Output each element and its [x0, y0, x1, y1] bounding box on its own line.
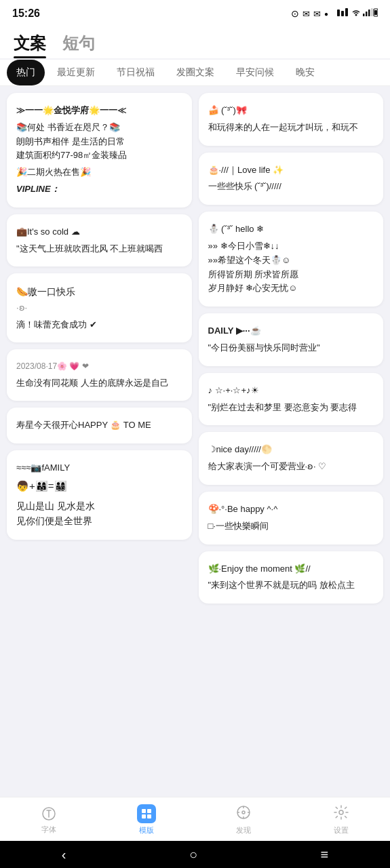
card-r3-line2: »» ❄今日小雪❄↓↓ — [208, 239, 374, 254]
card-l6[interactable]: ≈≈≈📷fAMILY 👦+👨‍👩‍👧=👨‍👩‍👧‍👦 见山是山 见水是水 见你们… — [7, 450, 192, 540]
card-l6-line2: 👦+👨‍👩‍👧=👨‍👩‍👧‍👦 — [16, 478, 182, 494]
card-l1-line1: ≫一一🌟金悦学府🌟一一≪ — [16, 104, 182, 118]
bottom-nav: 字体 模版 发现 — [0, 797, 390, 841]
android-menu[interactable]: ≡ — [321, 847, 329, 863]
svg-rect-2 — [345, 8, 348, 16]
discover-icon — [235, 804, 252, 823]
card-r8-line2: "来到这个世界不就是玩的吗 放松点主 — [208, 578, 374, 593]
card-l3-line3: 滴！味蕾充食成功 ✔ — [16, 318, 182, 332]
svg-rect-4 — [363, 14, 365, 16]
nav-template[interactable]: 模版 — [123, 804, 170, 835]
card-r4-line1: DAILY ▶···☕ — [208, 324, 374, 338]
template-icon — [137, 804, 156, 823]
nav-settings-label: 设置 — [334, 825, 349, 835]
card-l6-line3: 见山是山 见水是水 — [16, 498, 182, 513]
card-l4-line1: 2023/08·17🌸 💗 ❤ — [16, 360, 182, 373]
cat-recent[interactable]: 最近更新 — [47, 60, 104, 85]
cat-holiday[interactable]: 节日祝福 — [107, 60, 164, 85]
signal-icons — [337, 7, 378, 20]
card-r3-line4: 所得皆所期 所求皆所愿 — [208, 268, 374, 282]
card-r3-line1: ⛄ (˘³˘ hello ❄ — [208, 222, 374, 237]
card-r8[interactable]: 🌿·Enjoy the moment 🌿// "来到这个世界不就是玩的吗 放松点… — [199, 551, 384, 604]
card-l3-line2: ·ʚ· — [16, 301, 182, 315]
card-r6-line1: ☽nice day/////🌕 — [208, 443, 374, 457]
card-r2[interactable]: 🎂·///｜Love life ✨ 一些些快乐 (˘³˘)///// — [199, 153, 384, 205]
card-l1-line6: VIPLINE： — [16, 182, 182, 197]
card-l6-line4: 见你们便是全世界 — [16, 513, 182, 528]
svg-rect-7 — [371, 8, 373, 16]
cat-hot[interactable]: 热门 — [7, 60, 45, 85]
card-r8-line1: 🌿·Enjoy the moment 🌿// — [208, 562, 374, 576]
android-back[interactable]: ‹ — [62, 847, 66, 863]
card-l2-line1: 💼It's so cold ☁ — [16, 225, 182, 239]
cat-goodnight[interactable]: 晚安 — [286, 60, 324, 85]
nav-discover-label: 发现 — [236, 825, 251, 835]
card-r5-line2: "别烂在过去和梦里 要恣意妄为 要志得 — [208, 401, 374, 415]
card-l6-line1: ≈≈≈📷fAMILY — [16, 461, 182, 475]
card-l1-line5: 🎉二期火热在售🎉 — [16, 165, 182, 180]
card-r7[interactable]: 🍄·°·Be happy ^·^ □·一些快樂瞬间 — [199, 492, 384, 545]
font-icon — [40, 805, 58, 823]
mail-icon-2: ✉ — [313, 9, 321, 19]
card-r1-line1: 🍰 (˘³˘)🎀 — [208, 104, 374, 118]
card-r1[interactable]: 🍰 (˘³˘)🎀 和玩得来的人在一起玩才叫玩，和玩不 — [199, 93, 384, 146]
svg-rect-0 — [337, 9, 340, 16]
card-l1-line3: 朗朗书声相伴 是生活的日常 — [16, 135, 182, 149]
card-r7-line2: □·一些快樂瞬间 — [208, 519, 374, 534]
card-r3[interactable]: ⛄ (˘³˘ hello ❄ »» ❄今日小雪❄↓↓ »»希望这个冬天☃️☺ 所… — [199, 212, 384, 307]
nav-font[interactable]: 字体 — [25, 805, 73, 835]
status-bar: 15:26 ⊙ ✉ ✉ ● — [0, 0, 390, 26]
svg-point-3 — [355, 14, 357, 16]
android-nav: ‹ ○ ≡ — [0, 841, 390, 868]
card-l3-line1: 🌭嗷一口快乐 — [16, 284, 182, 299]
card-r3-line5: 岁月静好 ❄心安无忧☺ — [208, 281, 374, 296]
card-r4[interactable]: DAILY ▶···☕ "今日份美丽与快乐同时营业" — [199, 313, 384, 366]
card-l1[interactable]: ≫一一🌟金悦学府🌟一一≪ 📚何处 书香近在咫尺？📚 朗朗书声相伴 是生活的日常 … — [7, 93, 192, 208]
android-home[interactable]: ○ — [189, 847, 197, 863]
svg-rect-12 — [147, 809, 151, 813]
tab-duanju[interactable]: 短句 — [62, 33, 95, 58]
card-l1-line4: 建筑面积约77-98㎡金装臻品 — [16, 149, 182, 163]
card-r6[interactable]: ☽nice day/////🌕 给大家表演一个可爱营业·ʚ· ♡ — [199, 432, 384, 485]
card-r6-line2: 给大家表演一个可爱营业·ʚ· ♡ — [208, 460, 374, 474]
mail-icon-1: ✉ — [303, 9, 310, 19]
card-l2-line2: "这天气上班就吹西北风 不上班就喝西 — [16, 242, 182, 256]
svg-rect-14 — [147, 814, 151, 818]
card-r2-line2: 一些些快乐 (˘³˘)///// — [208, 180, 374, 194]
nav-template-label: 模版 — [139, 825, 154, 835]
cat-goodmorning[interactable]: 早安问候 — [227, 60, 284, 85]
card-l1-line2: 📚何处 书香近在咫尺？📚 — [16, 121, 182, 135]
card-l4-line2: 生命没有同花顺 人生的底牌永远是自己 — [16, 376, 182, 391]
content-grid: ≫一一🌟金悦学府🌟一一≪ 📚何处 书香近在咫尺？📚 朗朗书声相伴 是生活的日常 … — [0, 86, 390, 610]
status-time: 15:26 — [12, 7, 40, 20]
card-r4-line2: "今日份美丽与快乐同时营业" — [208, 341, 374, 355]
svg-rect-1 — [341, 11, 344, 16]
card-r2-line1: 🎂·///｜Love life ✨ — [208, 163, 374, 178]
dot-icon: ● — [324, 10, 328, 18]
status-icons: ⊙ ✉ ✉ ● — [291, 7, 378, 20]
header-tabs: 文案 短句 — [14, 33, 376, 58]
settings-icon — [333, 804, 349, 823]
card-l5-line1: 寿星今天很开心HAPPY 🎂 TO ME — [16, 418, 182, 433]
nav-discover[interactable]: 发现 — [220, 804, 267, 835]
cat-moments[interactable]: 发圈文案 — [167, 60, 224, 85]
card-l3[interactable]: 🌭嗷一口快乐 ·ʚ· 滴！味蕾充食成功 ✔ — [7, 273, 192, 342]
nav-settings[interactable]: 设置 — [317, 804, 365, 835]
svg-point-21 — [339, 810, 343, 814]
app-icon-1: ⊙ — [291, 8, 299, 19]
svg-rect-11 — [142, 809, 146, 813]
tab-wanan[interactable]: 文案 — [14, 33, 46, 58]
svg-rect-5 — [366, 12, 368, 16]
category-bar: 热门 最近更新 节日祝福 发圈文案 早安问候 晚安 — [0, 60, 390, 86]
card-r5-line1: ♪ ☆·+·☆+♪☀ — [208, 384, 374, 398]
card-r7-line1: 🍄·°·Be happy ^·^ — [208, 502, 374, 517]
card-l5[interactable]: 寿星今天很开心HAPPY 🎂 TO ME — [7, 408, 192, 443]
svg-point-16 — [242, 811, 245, 814]
card-l4[interactable]: 2023/08·17🌸 💗 ❤ 生命没有同花顺 人生的底牌永远是自己 — [7, 349, 192, 401]
header: 文案 短句 — [0, 26, 390, 58]
svg-rect-6 — [368, 9, 370, 16]
card-r5[interactable]: ♪ ☆·+·☆+♪☀ "别烂在过去和梦里 要恣意妄为 要志得 — [199, 373, 384, 426]
card-l2[interactable]: 💼It's so cold ☁ "这天气上班就吹西北风 不上班就喝西 — [7, 214, 192, 267]
nav-font-label: 字体 — [41, 825, 56, 835]
card-r3-line3: »»希望这个冬天☃️☺ — [208, 254, 374, 268]
